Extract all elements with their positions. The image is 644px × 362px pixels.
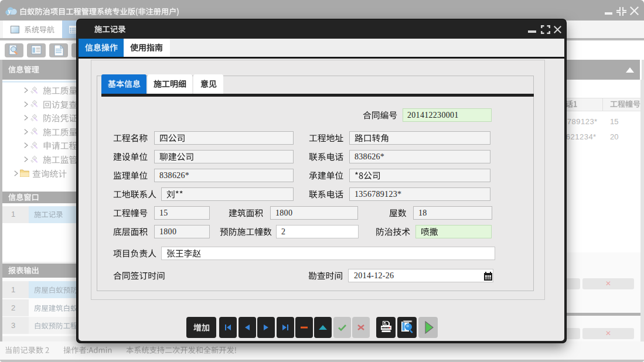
svg-text:y: y <box>7 7 12 15</box>
